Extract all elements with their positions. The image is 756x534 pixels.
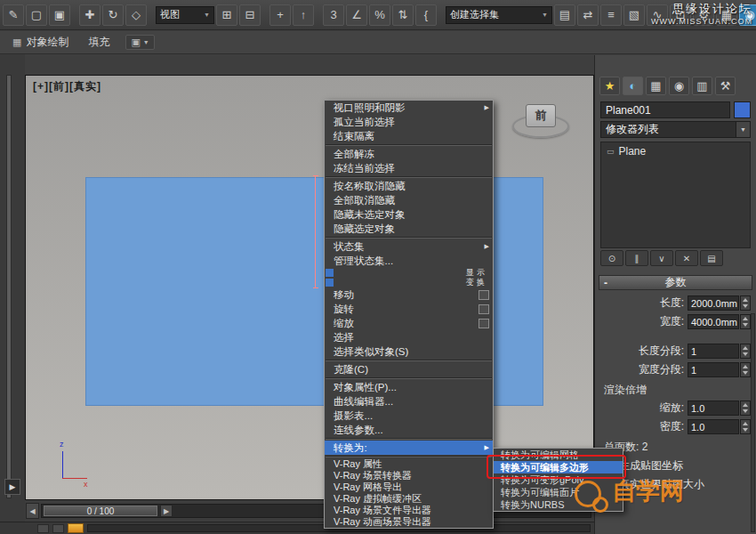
render-setup-icon[interactable]: ⚙	[693, 4, 714, 26]
remove-modifier-button[interactable]: ✕	[675, 250, 698, 266]
menu-item-unhide-by-name[interactable]: 按名称取消隐藏	[325, 179, 493, 193]
menu-item-hide-selection[interactable]: 隐藏选定对象	[325, 222, 493, 236]
scale-spinner[interactable]	[740, 400, 751, 416]
menu-item-hide-unselected[interactable]: 隐藏未选定对象	[325, 207, 493, 222]
width-field[interactable]: 4000.0mm	[688, 314, 739, 329]
select-and-move-icon[interactable]: ✚	[79, 4, 101, 26]
stack-item-plane[interactable]: ▭ Plane	[603, 144, 748, 159]
keyboard-override-icon[interactable]: {	[415, 4, 437, 26]
menu-item-convert-to-editable-poly[interactable]: 转换为可编辑多边形	[494, 461, 623, 473]
view-compass[interactable]: 前	[511, 102, 573, 142]
align-icon[interactable]: ≡	[600, 4, 622, 26]
reference-coordinate-dropdown[interactable]: 视图 ▼	[156, 6, 214, 24]
modifier-stack[interactable]: ▭ Plane	[600, 142, 751, 248]
snap-toggle-3d-icon[interactable]: 3	[323, 4, 344, 26]
modify-tab[interactable]: ◐	[623, 77, 643, 95]
modifier-list-dropdown[interactable]: 修改器列表 ▼	[600, 121, 751, 138]
menu-item-vray-scene-file-exporter[interactable]: V-Ray 场景文件导出器	[325, 505, 493, 516]
ribbon-display-mode-button[interactable]: ▣ ▼	[125, 35, 154, 50]
front-viewport[interactable]: [+][前][真实] 前 z x	[25, 75, 594, 500]
length-segs-spinner[interactable]	[740, 344, 751, 359]
menu-item-unhide-all[interactable]: 全部取消隐藏	[325, 193, 493, 207]
schematic-view-icon[interactable]: ⊡	[670, 4, 691, 26]
named-selection-icon[interactable]: ▤	[554, 4, 575, 26]
hierarchy-tab[interactable]: ▦	[646, 77, 666, 95]
menu-item-select[interactable]: 选择	[325, 330, 493, 344]
menu-item-vray-scene-converter[interactable]: V-Ray 场景转换器	[325, 470, 493, 481]
keyframe-marker[interactable]	[68, 523, 84, 533]
menu-item-select-similar[interactable]: 选择类似对象(S)	[325, 344, 493, 359]
viewport-label[interactable]: [+][前][真实]	[33, 79, 101, 94]
mirror-icon[interactable]: ⇄	[577, 4, 599, 26]
menu-item-unfreeze-all[interactable]: 全部解冻	[325, 147, 493, 161]
menu-item-vray-mesh-export[interactable]: V-Ray 网格导出	[325, 481, 493, 493]
motion-tab[interactable]: ◉	[669, 77, 689, 95]
select-and-link-icon[interactable]: ✎	[3, 4, 24, 26]
pin-stack-button[interactable]: ⊙	[600, 250, 623, 266]
menu-item-scale[interactable]: 缩放	[325, 316, 493, 330]
menu-item-vray-animated-scene-exporter[interactable]: V-Ray 动画场景导出器	[325, 516, 493, 528]
menu-item-freeze-selection[interactable]: 冻结当前选择	[325, 161, 493, 175]
scale-field[interactable]: 1.0	[688, 400, 739, 416]
tab-object-paint[interactable]: ▦ 对象绘制	[9, 33, 72, 52]
make-unique-button[interactable]: ∨	[650, 250, 673, 266]
previous-frame-button[interactable]: ◀	[26, 503, 39, 519]
show-end-result-button[interactable]: ∥	[625, 250, 648, 266]
utilities-tab[interactable]: ⚒	[715, 77, 736, 95]
next-frame-button[interactable]: ▶	[160, 505, 173, 517]
menu-item-convert-to-editable-patch[interactable]: 转换为可编辑面片	[494, 486, 623, 498]
width-segs-field[interactable]: 1	[688, 362, 739, 377]
menu-item-move[interactable]: 移动	[325, 287, 493, 302]
real-world-map-size-checkbox[interactable]: 真实世界贴图大小	[604, 477, 747, 492]
menu-item-convert-to-nurbs[interactable]: 转换为NURBS	[494, 498, 623, 511]
menu-item-isolate-selection[interactable]: 孤立当前选择	[325, 115, 493, 129]
object-color-swatch[interactable]	[734, 101, 751, 118]
selection-set-icon[interactable]	[52, 524, 64, 533]
menu-item-manage-state-sets[interactable]: 管理状态集...	[325, 254, 493, 268]
select-by-name-icon[interactable]: ⊞	[216, 4, 237, 26]
angle-snap-icon[interactable]: ∠	[346, 4, 367, 26]
create-tab[interactable]: ★	[599, 77, 620, 95]
width-segs-spinner[interactable]	[740, 362, 751, 377]
viewport-splitter[interactable]	[6, 75, 12, 498]
pivot-icon[interactable]: ↑	[293, 4, 314, 26]
rendered-frame-window-icon[interactable]: ▦	[716, 4, 737, 26]
tab-populate[interactable]: 填充	[84, 33, 113, 52]
mini-listener-expand-button[interactable]: ▶	[4, 479, 20, 495]
menu-item-end-isolate[interactable]: 结束隔离	[325, 129, 493, 143]
generate-mapping-coords-checkbox[interactable]: ✓ 生成贴图坐标	[604, 458, 747, 473]
command-panel-scrollbar[interactable]	[751, 313, 755, 532]
render-production-icon[interactable]: ◉	[739, 4, 756, 26]
length-field[interactable]: 2000.0mm	[688, 295, 739, 311]
menu-item-wire-parameters[interactable]: 连线参数...	[325, 423, 493, 437]
density-field[interactable]: 1.0	[688, 419, 739, 434]
window-crossing-icon[interactable]: ▣	[49, 4, 70, 26]
menu-item-vray-properties[interactable]: V-Ray 属性	[325, 458, 493, 470]
menu-item-vray-vfb[interactable]: V-Ray 虚拟帧缓冲区	[325, 493, 493, 505]
selection-lock-icon[interactable]: ⊟	[239, 4, 261, 26]
select-and-rotate-icon[interactable]: ↻	[102, 4, 124, 26]
menu-item-curve-editor[interactable]: 曲线编辑器...	[325, 394, 493, 409]
layer-manager-icon[interactable]: ▧	[623, 4, 645, 26]
menu-item-convert-to-editable-mesh[interactable]: 转换为可编辑网格	[494, 449, 623, 461]
named-selection-set-dropdown[interactable]: 创建选择集 ▼	[446, 6, 552, 24]
spinner-snap-icon[interactable]: ⇅	[392, 4, 414, 26]
display-tab[interactable]: ▥	[692, 77, 712, 95]
menu-item-convert-to[interactable]: 转换为:	[325, 441, 493, 455]
move-transform-icon[interactable]: +	[269, 4, 291, 26]
percent-snap-icon[interactable]: %	[369, 4, 390, 26]
menu-item-state-sets[interactable]: 状态集	[325, 239, 493, 254]
menu-item-convert-to-deformable-gpoly[interactable]: 转换为可变形gPoly	[494, 473, 623, 486]
selection-region-icon[interactable]: ▢	[26, 4, 47, 26]
density-spinner[interactable]	[740, 419, 751, 434]
menu-item-clone[interactable]: 克隆(C)	[325, 362, 493, 376]
curve-editor-icon[interactable]: ∿	[647, 4, 668, 26]
time-slider-handle[interactable]: 0 / 100	[44, 506, 157, 516]
viewcube-front-face[interactable]: 前	[526, 104, 556, 127]
length-segs-field[interactable]: 1	[688, 344, 739, 359]
select-and-scale-icon[interactable]: ◇	[125, 4, 147, 26]
parameters-rollout-header[interactable]: - 参数	[599, 275, 752, 290]
menu-item-object-properties[interactable]: 对象属性(P)...	[325, 380, 493, 394]
open-mini-curve-editor-icon[interactable]	[37, 524, 49, 533]
menu-item-viewport-lighting-and-shadows[interactable]: 视口照明和阴影	[325, 101, 493, 115]
